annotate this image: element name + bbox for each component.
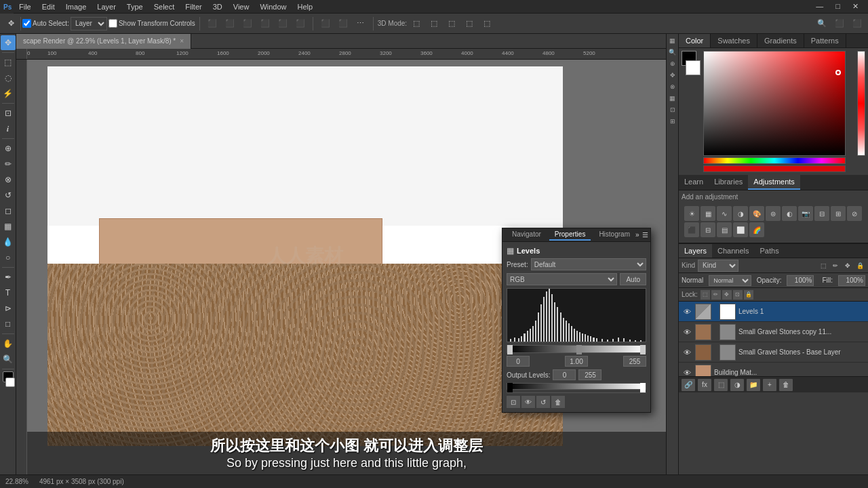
output-shadow-handle[interactable] <box>507 383 513 392</box>
adj-hue-sat[interactable]: 🎨 <box>749 206 764 221</box>
lock-artboard-btn[interactable]: 🔒 <box>854 260 865 271</box>
path-tool[interactable]: ⊳ <box>1 301 16 316</box>
layer-item[interactable]: 👁 Levels 1 <box>679 302 868 322</box>
menu-layer[interactable]: Layer <box>92 0 121 13</box>
align-right-btn[interactable]: ⬛ <box>239 16 256 32</box>
align-center-btn[interactable]: ⬛ <box>222 16 238 32</box>
align-top-btn[interactable]: ⬛ <box>257 16 273 32</box>
align-bottom-btn[interactable]: ⬛ <box>292 16 309 32</box>
output-max-input[interactable]: 255 <box>578 369 601 380</box>
adj-lookup[interactable]: ⊞ <box>831 206 846 221</box>
auto-btn[interactable]: Auto <box>620 273 646 285</box>
tab-learn[interactable]: Learn <box>679 175 709 190</box>
show-transform-checkbox[interactable] <box>108 19 117 28</box>
highlight-input[interactable]: 255 <box>623 356 646 367</box>
mode-3d-btn3[interactable]: ⬚ <box>443 16 460 32</box>
shape-tool[interactable]: □ <box>1 317 16 331</box>
tab-patterns[interactable]: Patterns <box>804 34 846 47</box>
adj-mixer[interactable]: ⊟ <box>814 206 829 221</box>
window-minimize[interactable]: — <box>810 2 829 10</box>
fill-input[interactable] <box>838 275 865 286</box>
opacity-input[interactable] <box>787 275 814 286</box>
layer-eye[interactable]: 👁 <box>682 327 692 338</box>
highlight-handle[interactable] <box>640 345 646 354</box>
blur-tool[interactable]: 💧 <box>1 235 16 249</box>
zoom-tool[interactable]: 🔍 <box>1 352 16 367</box>
adj-vibrance[interactable]: 🌈 <box>749 222 764 237</box>
window-maximize[interactable]: □ <box>830 2 846 10</box>
menu-image[interactable]: Image <box>60 0 92 13</box>
menu-file[interactable]: File <box>14 0 37 13</box>
window-close[interactable]: ✕ <box>847 2 864 11</box>
dialog-menu[interactable]: ☰ <box>642 231 648 239</box>
brush-tool[interactable]: ✏ <box>1 157 16 171</box>
auto-select-checkbox[interactable] <box>22 19 31 28</box>
tab-libraries[interactable]: Libraries <box>709 175 748 190</box>
history-tool[interactable]: ↺ <box>1 188 16 203</box>
align-left-btn[interactable]: ⬛ <box>204 16 220 32</box>
lock-art2-btn[interactable]: ⊡ <box>733 290 743 300</box>
lock-all-btn[interactable]: 🔒 <box>744 290 753 300</box>
eraser-tool[interactable]: ◻ <box>1 203 16 218</box>
alpha-slider[interactable] <box>703 165 846 172</box>
shadow-handle[interactable] <box>507 345 513 354</box>
adj-bw[interactable]: ◐ <box>782 206 797 221</box>
color-spectrum[interactable] <box>703 51 846 156</box>
lasso-tool[interactable]: ◌ <box>1 70 16 85</box>
crop-tool[interactable]: ⊡ <box>1 106 16 121</box>
dialog-tab-navigator[interactable]: Navigator <box>507 229 547 241</box>
adj-exposure[interactable]: ◑ <box>733 206 748 221</box>
tab-color[interactable]: Color <box>679 34 711 47</box>
mini-btn-4[interactable]: ✥ <box>667 70 678 81</box>
lock-trans-btn[interactable]: ⬚ <box>701 290 710 300</box>
more-btn[interactable]: ⋯ <box>353 16 369 32</box>
hand-tool[interactable]: ✋ <box>1 336 16 351</box>
distribute-v-btn[interactable]: ⬛ <box>335 16 351 32</box>
adj-selective[interactable]: ⬜ <box>733 222 748 237</box>
blend-mode-select[interactable]: Normal <box>709 275 751 286</box>
eyedropper-tool[interactable]: 𝒊 <box>1 121 16 136</box>
mini-btn-5[interactable]: ⊗ <box>667 81 678 92</box>
menu-edit[interactable]: Edit <box>37 0 60 13</box>
panel-btn[interactable]: ⬛ <box>831 16 848 32</box>
tab-adjustments[interactable]: Adjustments <box>748 175 800 190</box>
lock-paint-btn[interactable]: ✏ <box>830 260 841 271</box>
adj-levels[interactable]: ▦ <box>701 206 715 221</box>
tab-layers[interactable]: Layers <box>679 244 712 258</box>
kind-select[interactable]: Kind <box>698 260 738 272</box>
menu-view[interactable]: View <box>228 0 255 13</box>
search-btn[interactable]: 🔍 <box>814 16 830 32</box>
menu-filter[interactable]: Filter <box>180 0 207 13</box>
layer-eye[interactable]: 👁 <box>682 347 692 358</box>
channel-select[interactable]: RGB Red Green Blue <box>507 273 617 285</box>
bg-color-swatch[interactable] <box>686 60 701 75</box>
mini-btn-1[interactable]: ▦ <box>667 35 678 46</box>
canvas-tab[interactable]: scape Render @ 22.9% (Levels 1, Layer Ma… <box>16 34 191 49</box>
adj-layer-btn[interactable]: ◑ <box>730 379 744 391</box>
dialog-tab-histogram[interactable]: Histogram <box>593 229 635 241</box>
mini-btn-8[interactable]: ⊞ <box>667 116 678 127</box>
preset-select[interactable]: Default Custom <box>531 258 646 270</box>
canvas-tab-close[interactable]: × <box>180 37 184 45</box>
adj-gradient-map[interactable]: ▤ <box>717 222 732 237</box>
heal-tool[interactable]: ⊕ <box>1 141 16 156</box>
midtone-input[interactable]: 1.00 <box>565 356 588 367</box>
adj-photo[interactable]: 📷 <box>798 206 813 221</box>
mini-btn-6[interactable]: ▦ <box>667 93 678 104</box>
delete-layer-btn[interactable]: 🗑 <box>779 379 793 391</box>
layer-item[interactable]: 👁 Small Gravel Stones - Base Layer <box>679 342 868 363</box>
distribute-h-btn[interactable]: ⬛ <box>317 16 334 32</box>
midtone-handle[interactable] <box>576 345 582 354</box>
tab-channels[interactable]: Channels <box>712 244 754 258</box>
lock-position-btn[interactable]: ✥ <box>842 260 853 271</box>
pen-tool[interactable]: ✒ <box>1 270 16 285</box>
canvas-viewport[interactable]: 人人素材 所以按这里和这个小图 就可以进入调整层 So by pressing … <box>27 60 666 474</box>
layer-eye[interactable]: 👁 <box>682 367 692 377</box>
shadow-input[interactable]: 0 <box>507 356 530 367</box>
adj-brightness[interactable]: ☀ <box>684 206 699 221</box>
adj-colorbal[interactable]: ⊜ <box>766 206 781 221</box>
dialog-btn-preview[interactable]: 👁 <box>521 396 535 408</box>
dialog-tab-properties[interactable]: Properties <box>549 229 591 241</box>
selection-tool[interactable]: ⬚ <box>1 55 16 70</box>
lock-pixel-btn[interactable]: ⬚ <box>818 260 829 271</box>
